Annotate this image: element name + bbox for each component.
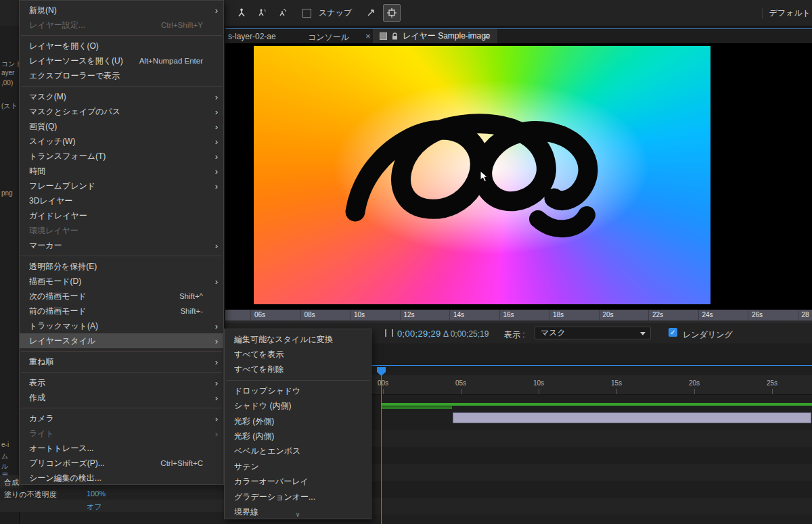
submenu-scroll-down-icon[interactable]: ∨ xyxy=(296,511,300,518)
submenu-chevron-icon: › xyxy=(211,241,218,251)
left-panel-strip: コントayer,00)(ストpnge-iムル果括光括光 xyxy=(0,26,20,524)
ruler-tick-mark xyxy=(698,310,699,320)
workspace-label[interactable]: デフォルト xyxy=(762,7,811,19)
menu-item-label: 描画モード(D) xyxy=(29,276,203,287)
menu-item[interactable]: ガイドレイヤー xyxy=(20,208,223,223)
menu-item-label: マーカー xyxy=(29,240,203,252)
ruler-tick-label: 26s xyxy=(752,311,763,318)
menu-item[interactable]: ライト› xyxy=(20,426,223,441)
menu-item[interactable]: レイヤーを開く(O) xyxy=(20,39,223,53)
menu-item[interactable]: すべてを削除 xyxy=(225,362,371,377)
ruler-tick-mark xyxy=(300,310,301,320)
property-value[interactable]: 100% xyxy=(87,490,106,498)
menu-item[interactable]: すべてを表示 xyxy=(225,347,371,362)
submenu-chevron-icon: › xyxy=(211,336,218,346)
menu-shortcut: Shift+^ xyxy=(179,292,203,300)
tab-partial[interactable]: s-layer-02-ae xyxy=(228,32,276,41)
viewer-time-ruler[interactable]: 06s08s10s12s14s16s18s20s22s24s26s28 xyxy=(225,310,812,320)
menu-item[interactable]: サテン xyxy=(225,459,371,474)
menu-item[interactable]: マーカー› xyxy=(20,238,223,253)
menu-item[interactable]: カメラ› xyxy=(20,411,223,426)
menu-item-label: レイヤー設定... xyxy=(29,20,161,31)
menu-item[interactable]: フレームブレンド› xyxy=(20,178,223,193)
clipped-panel-text: コント xyxy=(1,59,20,69)
ruler-tick-label: 28 xyxy=(802,311,809,318)
app-window: スナップ デフォルト コントayer,00)(ストpnge-iムル果括光括光 s… xyxy=(0,0,812,524)
menu-item-label: すべてを表示 xyxy=(234,349,351,360)
menu-item[interactable]: トランスフォーム(T)› xyxy=(20,149,223,164)
property-row[interactable]: オフ xyxy=(0,500,225,512)
lock-icon[interactable] xyxy=(391,32,399,41)
menu-item[interactable]: 3Dレイヤー xyxy=(20,193,223,208)
property-value[interactable]: オフ xyxy=(87,502,102,512)
menu-item[interactable]: グラデーションオー... xyxy=(225,490,371,504)
menu-item[interactable]: 新規(N)› xyxy=(20,3,223,18)
current-timecode[interactable]: 0;00;29;29 xyxy=(397,329,441,339)
menu-item[interactable]: 透明部分を保持(E) xyxy=(20,259,223,274)
menu-item[interactable]: シャドウ (内側) xyxy=(225,399,371,414)
menu-item[interactable]: 重ね順› xyxy=(20,354,223,369)
menu-item-label: 次の描画モード xyxy=(29,291,179,302)
menu-shortcut: Alt+Numpad Enter xyxy=(139,57,203,65)
ruler-tick-label: 10s xyxy=(354,311,365,318)
diagonal-arrow-icon[interactable] xyxy=(363,5,379,21)
ruler-tick-mark xyxy=(798,310,798,320)
composition-viewer[interactable] xyxy=(225,43,812,310)
layer-preview-image[interactable] xyxy=(254,46,710,304)
playhead-line[interactable] xyxy=(381,367,382,524)
menu-item[interactable]: ベベルとエンボス xyxy=(225,444,371,459)
menu-item[interactable]: ドロップシャドウ xyxy=(225,383,371,398)
menu-item-label: すべてを削除 xyxy=(234,364,351,375)
menu-item[interactable]: 表示› xyxy=(20,375,223,390)
ruler-tick-label: 18s xyxy=(553,311,564,318)
menu-item[interactable]: 光彩 (外側) xyxy=(225,414,371,429)
tab-layer-viewer[interactable]: レイヤー Sample-image xyxy=(373,29,497,43)
close-icon[interactable]: × xyxy=(365,31,371,41)
puppet-overlap-tool-icon[interactable] xyxy=(274,5,290,21)
menu-item[interactable]: カラーオーバーレイ xyxy=(225,475,371,490)
menu-item[interactable]: スイッチ(W)› xyxy=(20,134,223,149)
menu-item[interactable]: 画質(Q)› xyxy=(20,119,223,134)
menu-item[interactable]: 光彩 (内側) xyxy=(225,429,371,444)
ruler-tick-mark xyxy=(539,389,539,394)
menu-item[interactable]: レイヤースタイル› xyxy=(20,333,223,348)
menu-item[interactable]: レイヤー設定...Ctrl+Shift+Y xyxy=(20,18,223,32)
menu-item[interactable]: 時間› xyxy=(20,164,223,178)
menu-item[interactable]: トラックマット(A)› xyxy=(20,318,223,333)
menu-item[interactable]: 描画モード(D)› xyxy=(20,274,223,289)
tab-console[interactable]: コンソール xyxy=(308,32,349,43)
menu-shortcut: Ctrl+Shift+Y xyxy=(161,21,203,29)
menu-item[interactable]: マスク(M)› xyxy=(20,89,223,104)
ruler-tick-label: 15s xyxy=(611,379,622,387)
menu-separator xyxy=(21,256,222,256)
panel-menu-icon[interactable]: ≡ xyxy=(484,31,489,41)
region-of-interest-icon[interactable] xyxy=(383,4,401,22)
menu-item-label: 光彩 (内側) xyxy=(234,431,351,442)
menu-shortcut: Ctrl+Shift+C xyxy=(160,459,203,467)
menu-separator xyxy=(226,380,369,381)
menu-item[interactable]: 編集可能なスタイルに変換 xyxy=(225,332,371,347)
puppet-starch-tool-icon[interactable] xyxy=(254,5,270,21)
menu-item[interactable]: 環境レイヤー xyxy=(20,223,223,238)
ruler-tick-mark xyxy=(383,389,384,394)
menu-item[interactable]: 次の描画モードShift+^ xyxy=(20,289,223,304)
menu-item[interactable]: エクスプローラーで表示 xyxy=(20,68,223,83)
layer-duration-bar[interactable] xyxy=(453,412,811,423)
menu-item-label: レイヤーソースを開く(U) xyxy=(29,55,139,67)
puppet-pin-tool-icon[interactable] xyxy=(233,5,250,21)
ruler-tick-mark xyxy=(694,389,695,394)
menu-item[interactable]: プリコンポーズ(P)...Ctrl+Shift+C xyxy=(20,456,223,471)
menu-item[interactable]: シーン編集の検出... xyxy=(20,471,223,485)
menu-item[interactable]: 前の描画モードShift+- xyxy=(20,304,223,318)
render-checkbox[interactable]: ✓ xyxy=(669,328,677,337)
ruler-tick-mark xyxy=(549,310,549,320)
menu-item[interactable]: オートトレース... xyxy=(20,441,223,456)
work-area-bar[interactable] xyxy=(382,403,812,406)
menu-item[interactable]: レイヤーソースを開く(U)Alt+Numpad Enter xyxy=(20,53,223,68)
view-dropdown[interactable]: マスク xyxy=(535,327,651,339)
menu-item[interactable]: マスクとシェイプのパス› xyxy=(20,104,223,119)
property-row[interactable]: 塗りの不透明度100% xyxy=(0,487,225,500)
snap-checkbox[interactable] xyxy=(302,9,311,18)
menu-shortcut: Shift+- xyxy=(180,307,203,315)
menu-item[interactable]: 作成› xyxy=(20,390,223,405)
